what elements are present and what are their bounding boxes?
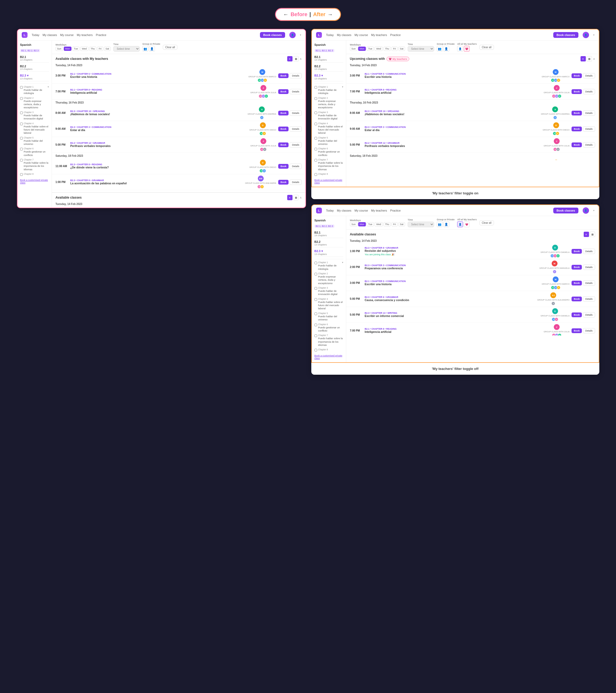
book-classes-btn-after-off[interactable]: Book classes (553, 207, 578, 214)
details-ao-4[interactable]: Details (583, 126, 595, 132)
all-teachers-btn[interactable]: 👤 (457, 46, 463, 52)
nav-mycourse-aoff[interactable]: My course (355, 209, 368, 212)
nav-practice-aoff[interactable]: Practice (390, 209, 401, 212)
details-btn-sat-1[interactable]: Details (290, 164, 302, 169)
book-btn-thu-3[interactable]: Book (278, 142, 289, 147)
day-tue[interactable]: Tue (72, 46, 79, 51)
nav-myclasses-aoff[interactable]: My classes (337, 209, 351, 212)
level-b23[interactable]: B2.3 ▾ 13 chapters (20, 73, 49, 81)
group-btn-aoff[interactable]: 👥 (437, 221, 443, 227)
nav-myteachers-a[interactable]: My teachers (371, 33, 387, 37)
private-btn[interactable]: 👤 (149, 46, 155, 52)
book-btn-sat-1[interactable]: Book (278, 164, 289, 169)
nav-mycourse[interactable]: My course (60, 33, 74, 37)
details-aoff-5[interactable]: Details (583, 312, 595, 317)
details-ao-5[interactable]: Details (583, 142, 595, 147)
day-tue-ao[interactable]: Tue (366, 46, 374, 51)
book-aoff-5[interactable]: Book (572, 313, 582, 317)
book-aoff-3[interactable]: Book (572, 281, 582, 285)
nav-today-a[interactable]: Today (326, 33, 334, 37)
book-aoff-2[interactable]: Book (572, 265, 582, 270)
day-fri-ao[interactable]: Fri (392, 46, 398, 51)
time-select-after-on[interactable]: Select time (408, 46, 434, 52)
details-btn-sat-2[interactable]: Details (290, 180, 302, 185)
book-ao-5[interactable]: Book (572, 142, 582, 147)
book-btn-mt-1[interactable]: Book (278, 73, 289, 78)
nav-today[interactable]: Today (32, 33, 39, 37)
details-aoff-1[interactable]: Details (583, 249, 595, 254)
level-b23-a[interactable]: B2.3 ▾ 13 chapters (315, 73, 343, 81)
book-ao-4[interactable]: Book (572, 126, 582, 131)
chapter-3-checkbox[interactable] (20, 112, 23, 114)
details-btn-thu-1[interactable]: Details (290, 111, 302, 116)
nav-myclasses-a[interactable]: My classes (337, 33, 351, 37)
nav-today-aoff[interactable]: Today (326, 209, 334, 212)
level-b21-a[interactable]: B2.1 14 chapters (315, 54, 343, 62)
list-view-btn[interactable]: ≡ (287, 56, 293, 61)
private-btn-aoff[interactable]: 👤 (443, 221, 449, 227)
day-wed-ao[interactable]: Wed (375, 46, 382, 51)
book-aoff-6[interactable]: Book (572, 328, 582, 333)
day-wed-aoff[interactable]: Wed (375, 222, 382, 226)
list-view-aoff[interactable]: ≡ (584, 232, 589, 237)
private-btn-ao[interactable]: 👤 (443, 46, 449, 52)
details-btn-thu-3[interactable]: Details (290, 142, 302, 147)
grid-view-aoff[interactable]: ⊞ (590, 232, 595, 237)
details-ao-2[interactable]: Details (583, 89, 595, 94)
book-btn-thu-1[interactable]: Book (278, 111, 289, 116)
level-b22[interactable]: B2.2 13 chapters (20, 63, 49, 72)
nav-practice[interactable]: Practice (96, 33, 106, 37)
book-aoff-1[interactable]: Book (572, 249, 582, 254)
nav-mycourse-a[interactable]: My course (355, 33, 368, 37)
collapse-icon-ao[interactable]: ∧ (593, 57, 595, 61)
chapter-6-checkbox[interactable] (20, 148, 23, 151)
details-aoff-6[interactable]: Details (583, 328, 595, 333)
list-view-btn-ao[interactable]: ≡ (580, 56, 586, 61)
day-mon-aoff[interactable]: Mon (358, 222, 366, 226)
nav-myteachers-aoff[interactable]: My teachers (371, 209, 387, 212)
day-sat[interactable]: Sat (104, 46, 111, 51)
time-select-after-off[interactable]: Select time (408, 222, 434, 227)
day-mon-ao[interactable]: Mon (358, 46, 366, 51)
day-sat-ao[interactable]: Sat (398, 46, 405, 51)
details-aoff-3[interactable]: Details (583, 280, 595, 286)
book-btn-mt-2[interactable]: Book (278, 89, 289, 94)
chapter-2-checkbox[interactable] (20, 97, 23, 100)
clear-all-before[interactable]: Clear all (163, 45, 177, 50)
details-aoff-4[interactable]: Details (583, 296, 595, 302)
chapter-7-checkbox[interactable] (20, 159, 23, 161)
book-btn-sat-2[interactable]: Book (278, 180, 289, 184)
day-mon[interactable]: Mon (64, 46, 72, 51)
all-teachers-btn-aoff[interactable]: 👤 (457, 221, 463, 227)
grid-view-btn-ao[interactable]: ⊞ (587, 56, 592, 61)
nav-practice-a[interactable]: Practice (390, 33, 401, 37)
chapter-1-checkbox[interactable] (20, 86, 23, 89)
day-thu-ao[interactable]: Thu (383, 46, 391, 51)
book-private-after-on[interactable]: Book a customised private class (315, 179, 343, 184)
day-sun-aoff[interactable]: Sun (350, 222, 357, 226)
details-btn-thu-2[interactable]: Details (290, 126, 302, 132)
book-ao-3[interactable]: Book (572, 111, 582, 116)
day-sun-ao[interactable]: Sun (350, 46, 357, 51)
book-classes-btn-after-on[interactable]: Book classes (553, 32, 578, 38)
book-private-before[interactable]: Book a customised private class (20, 179, 49, 184)
day-thu[interactable]: Thu (89, 46, 97, 51)
day-tue-aoff[interactable]: Tue (366, 222, 374, 226)
chapter-5-checkbox[interactable] (20, 137, 23, 140)
group-btn-ao[interactable]: 👥 (437, 46, 443, 52)
details-ao-1[interactable]: Details (583, 73, 595, 78)
chapter-4-checkbox[interactable] (20, 123, 23, 125)
book-btn-thu-2[interactable]: Book (278, 126, 289, 131)
book-ao-2[interactable]: Book (572, 89, 582, 94)
details-btn-mt-1[interactable]: Details (290, 73, 302, 78)
book-private-after-off[interactable]: Book a customised private class (315, 354, 343, 360)
nav-myclasses[interactable]: My classes (43, 33, 57, 37)
day-thu-aoff[interactable]: Thu (383, 222, 391, 226)
book-ao-1[interactable]: Book (572, 73, 582, 78)
book-aoff-4[interactable]: Book (572, 297, 582, 301)
clear-all-after-off[interactable]: Clear all (479, 220, 494, 225)
book-classes-btn-before[interactable]: Book classes (260, 32, 285, 38)
time-select-before[interactable]: Select time (113, 46, 140, 52)
my-teachers-btn-aoff[interactable]: 💗 (464, 221, 470, 227)
grid-view-btn-2[interactable]: ⊞ (293, 195, 299, 200)
